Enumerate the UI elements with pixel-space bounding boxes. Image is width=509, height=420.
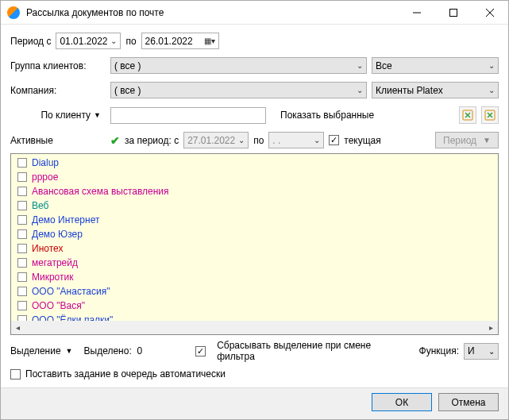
close-button[interactable] <box>472 1 508 25</box>
chevron-down-icon: ⌄ <box>488 86 495 94</box>
triangle-down-icon: ▼ <box>66 347 73 355</box>
item-name: Dialup <box>32 157 59 168</box>
list-item[interactable]: мегатрейд <box>14 256 495 270</box>
active-period-prefix: за период: с <box>125 135 179 146</box>
excel-export-button[interactable] <box>459 106 476 124</box>
footer-selection-row: Выделение ▼ Выделено: 0 Сбрасывать выдел… <box>1 335 508 367</box>
period-from-input[interactable]: 01.01.2022 ⌄ <box>56 33 121 49</box>
list-item[interactable]: Авансовая схема выставления <box>14 184 495 198</box>
client-list-body[interactable]: DialuppppoeАвансовая схема выставленияВе… <box>11 154 498 321</box>
minimize-button[interactable] <box>399 1 435 25</box>
company-right-select[interactable]: Клиенты Platex ⌄ <box>372 82 499 98</box>
by-client-dropdown[interactable]: По клиенту ▼ <box>10 110 106 121</box>
button-row: ОК Отмена <box>1 387 508 419</box>
calendar-dropdown-icon: ▦▾ <box>204 37 215 45</box>
item-name: ООО "Ёлки палки" <box>32 314 113 321</box>
active-date-to[interactable]: . . ⌄ <box>268 132 324 148</box>
item-checkbox[interactable] <box>17 258 27 268</box>
item-name: Демо Интернет <box>32 214 99 225</box>
chevron-down-icon: ⌄ <box>314 136 320 144</box>
cancel-button[interactable]: Отмена <box>438 393 499 411</box>
item-checkbox[interactable] <box>17 287 27 296</box>
triangle-down-icon: ▼ <box>94 111 101 119</box>
item-name: Инотех <box>32 243 63 254</box>
period-to-input[interactable]: 26.01.2022 ▦▾ <box>141 33 219 49</box>
function-select[interactable]: И ⌄ <box>464 343 499 360</box>
item-checkbox[interactable] <box>17 301 27 310</box>
function-label: Функция: <box>419 345 459 356</box>
item-checkbox[interactable] <box>17 229 27 239</box>
queue-label: Поставить задание в очередь автоматическ… <box>25 368 226 380</box>
list-item[interactable]: pppoe <box>14 170 495 184</box>
item-name: pppoe <box>32 171 58 183</box>
period-row: Период с 01.01.2022 ⌄ по 26.01.2022 ▦▾ <box>10 33 499 49</box>
item-checkbox[interactable] <box>17 172 27 182</box>
item-name: Веб <box>32 200 48 211</box>
selection-dropdown[interactable]: Выделение ▼ <box>10 345 73 356</box>
triangle-down-icon: ▼ <box>483 136 491 144</box>
item-name: Микротик <box>32 272 73 283</box>
item-checkbox[interactable] <box>17 158 27 168</box>
list-item[interactable]: ООО "Ёлки палки" <box>14 313 495 321</box>
item-name: ООО "Анастасия" <box>32 286 110 297</box>
show-selected-label: Показать выбранные <box>280 110 374 121</box>
client-group-right-select[interactable]: Все ⌄ <box>372 57 499 74</box>
chevron-down-icon: ⌄ <box>110 37 117 45</box>
current-label: текущая <box>344 135 380 146</box>
excel-import-button[interactable] <box>481 106 499 124</box>
period-to-label: по <box>125 36 136 47</box>
reset-on-filter-label: Сбрасывать выделение при смене фильтра <box>217 340 407 362</box>
list-item[interactable]: Инотех <box>14 241 495 256</box>
item-name: ООО "Вася" <box>32 300 85 311</box>
chevron-down-icon: ⌄ <box>357 86 363 94</box>
list-item[interactable]: Веб <box>14 198 495 213</box>
company-row: Компания: ( все ) ⌄ Клиенты Platex ⌄ <box>10 82 499 98</box>
reset-on-filter-checkbox[interactable] <box>195 346 206 356</box>
client-search-input[interactable] <box>110 107 266 124</box>
selected-count-label: Выделено: 0 <box>84 345 143 356</box>
list-item[interactable]: ООО "Вася" <box>14 299 495 313</box>
client-group-row: Группа клиентов: ( все ) ⌄ Все ⌄ <box>10 57 499 74</box>
item-checkbox[interactable] <box>17 215 27 225</box>
maximize-button[interactable] <box>435 1 472 25</box>
ok-button[interactable]: ОК <box>372 393 432 411</box>
scroll-right-icon[interactable]: ▸ <box>484 321 498 334</box>
queue-checkbox[interactable] <box>10 369 21 380</box>
chevron-down-icon: ⌄ <box>357 61 363 70</box>
window-title: Рассылка документов по почте <box>26 7 399 18</box>
active-to-label: по <box>253 135 264 146</box>
titlebar: Рассылка документов по почте <box>1 1 508 25</box>
active-label: Активные <box>10 135 106 146</box>
client-list: DialuppppoeАвансовая схема выставленияВе… <box>10 153 499 335</box>
list-item[interactable]: ООО "Анастасия" <box>14 284 495 299</box>
period-button[interactable]: Период ▼ <box>435 132 499 148</box>
item-checkbox[interactable] <box>17 244 27 253</box>
client-group-select[interactable]: ( все ) ⌄ <box>110 57 367 74</box>
item-checkbox[interactable] <box>17 315 27 321</box>
active-row: Активные ✔ за период: с 27.01.2022 ⌄ по … <box>10 132 499 148</box>
chevron-down-icon: ⌄ <box>488 347 495 356</box>
item-name: мегатрейд <box>32 257 78 268</box>
company-label: Компания: <box>10 85 106 96</box>
item-name: Авансовая схема выставления <box>32 186 169 197</box>
current-checkbox[interactable] <box>329 135 339 145</box>
period-from-label: Период с <box>10 36 51 47</box>
client-group-label: Группа клиентов: <box>10 60 106 71</box>
horizontal-scrollbar[interactable]: ◂ ▸ <box>11 321 498 334</box>
item-checkbox[interactable] <box>17 201 27 210</box>
svg-rect-1 <box>450 9 457 16</box>
app-icon <box>7 6 20 19</box>
item-name: Демо Юзер <box>32 229 83 240</box>
chevron-down-icon: ⌄ <box>238 136 245 144</box>
list-item[interactable]: Микротик <box>14 270 495 284</box>
company-select[interactable]: ( все ) ⌄ <box>110 82 367 98</box>
list-item[interactable]: Демо Интернет <box>14 213 495 227</box>
footer-queue-row: Поставить задание в очередь автоматическ… <box>1 367 508 386</box>
list-item[interactable]: Демо Юзер <box>14 227 495 241</box>
active-date-from[interactable]: 27.01.2022 ⌄ <box>183 132 249 148</box>
scroll-left-icon[interactable]: ◂ <box>11 321 25 334</box>
item-checkbox[interactable] <box>17 272 27 282</box>
list-item[interactable]: Dialup <box>14 156 495 170</box>
item-checkbox[interactable] <box>17 187 27 196</box>
check-icon: ✔ <box>110 134 120 147</box>
